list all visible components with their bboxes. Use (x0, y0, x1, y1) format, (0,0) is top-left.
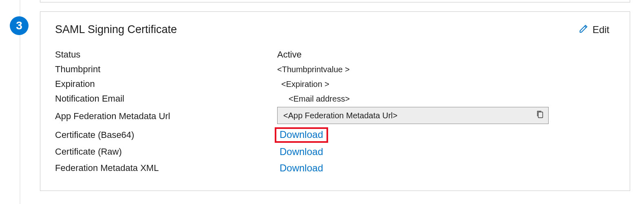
row-metadata-url: App Federation Metadata Url <App Federat… (55, 106, 615, 126)
previous-card-edge (40, 0, 630, 2)
copy-icon (536, 110, 544, 121)
step-number: 3 (16, 19, 22, 32)
value-notification-email: <Email address> (277, 94, 615, 104)
row-thumbprint: Thumbprint <Thumbprintvalue > (55, 62, 615, 77)
label-status: Status (55, 49, 277, 60)
edit-button[interactable]: Edit (579, 24, 615, 36)
card-header: SAML Signing Certificate Edit (55, 23, 615, 36)
label-notification-email: Notification Email (55, 93, 277, 104)
edit-label: Edit (593, 24, 609, 35)
label-metadata-url: App Federation Metadata Url (55, 111, 277, 122)
value-status: Active (277, 49, 615, 60)
step-badge: 3 (10, 16, 29, 35)
label-expiration: Expiration (55, 79, 277, 89)
row-notification-email: Notification Email <Email address> (55, 91, 615, 106)
copy-button[interactable] (534, 110, 546, 121)
row-cert-base64: Certificate (Base64) Download (55, 126, 615, 144)
download-fed-xml-link[interactable]: Download (277, 162, 326, 175)
value-thumbprint: <Thumbprintvalue > (277, 65, 615, 74)
download-cert-raw-link[interactable]: Download (277, 145, 326, 158)
label-cert-base64: Certificate (Base64) (55, 130, 277, 140)
label-thumbprint: Thumbprint (55, 64, 277, 75)
label-fed-xml: Federation Metadata XML (55, 163, 277, 173)
label-cert-raw: Certificate (Raw) (55, 146, 277, 157)
svg-rect-0 (538, 112, 543, 118)
value-expiration: <Expiration > (277, 80, 615, 89)
row-expiration: Expiration <Expiration > (55, 77, 615, 91)
download-cert-base64-link[interactable]: Download (275, 127, 328, 143)
row-fed-xml: Federation Metadata XML Download (55, 160, 615, 176)
metadata-url-value: <App Federation Metadata Url> (283, 111, 534, 120)
pencil-icon (579, 24, 589, 36)
saml-signing-certificate-card: SAML Signing Certificate Edit Status Act… (40, 11, 630, 191)
metadata-url-field[interactable]: <App Federation Metadata Url> (277, 107, 549, 124)
card-rows: Status Active Thumbprint <Thumbprintvalu… (55, 47, 615, 176)
card-title: SAML Signing Certificate (55, 23, 177, 36)
row-cert-raw: Certificate (Raw) Download (55, 144, 615, 160)
row-status: Status Active (55, 47, 615, 62)
